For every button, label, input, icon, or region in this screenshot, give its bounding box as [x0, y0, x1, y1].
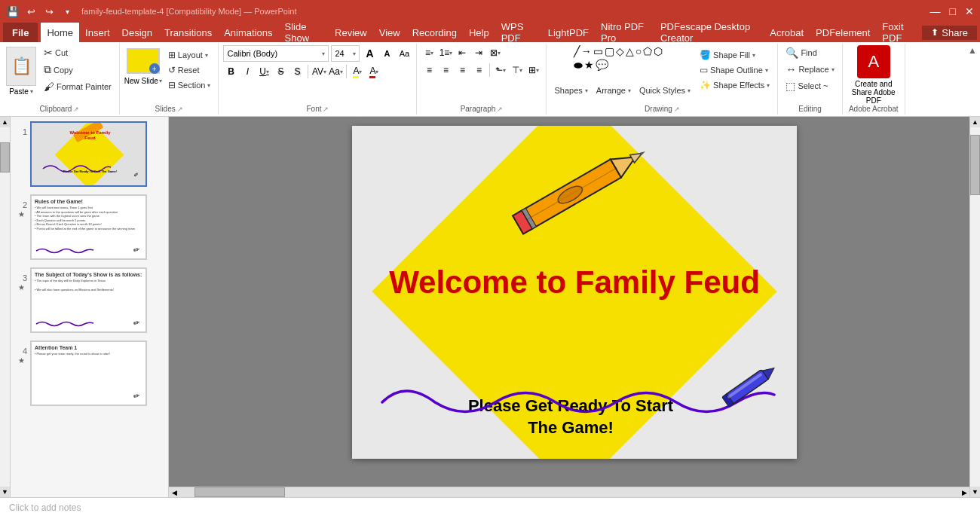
cut-button[interactable]: ✂ Cut [41, 45, 115, 60]
increase-indent-button[interactable]: ⇥ [471, 45, 486, 60]
bullets-button[interactable]: ≡ ▾ [421, 45, 436, 60]
scroll-down-arrow[interactable]: ▼ [0, 487, 10, 497]
shape-cylinder[interactable]: ⬬ [574, 59, 583, 72]
menu-acrobat[interactable]: Acrobat [764, 23, 810, 42]
maximize-button[interactable]: □ [950, 5, 956, 17]
columns-button[interactable]: ⊞ ▾ [526, 63, 541, 78]
shape-ellipse[interactable]: ○ [635, 45, 642, 57]
editor-hscroll-thumb[interactable] [194, 487, 285, 497]
menu-slideshow[interactable]: Slide Show [279, 23, 329, 42]
slide-thumb-4[interactable]: 4 ★ Attention Team 1 • Please get your t… [14, 339, 165, 408]
menu-lightpdf[interactable]: LightPDF [542, 23, 595, 42]
bold-button[interactable]: B [223, 64, 238, 79]
new-slide-button[interactable]: + [127, 48, 160, 74]
slide-canvas[interactable]: Welcome to Family Feud Please Get Ready … [352, 126, 797, 459]
menu-pdfscape[interactable]: PDFescape Desktop Creator [654, 23, 764, 42]
smart-art-button[interactable]: ⊠ ▾ [488, 45, 503, 60]
slide-2-thumbnail[interactable]: Rules of the Game! • We will have two te… [30, 194, 147, 260]
align-right-button[interactable]: ≡ [455, 63, 470, 78]
shapes-button[interactable]: Shapes ▾ [551, 84, 590, 96]
clear-format-button[interactable]: Aa [397, 46, 412, 61]
customize-icon[interactable]: ▾ [60, 5, 74, 18]
format-painter-button[interactable]: 🖌 Format Painter [41, 79, 115, 94]
change-case-button[interactable]: Aa ▾ [328, 64, 343, 79]
quick-styles-button[interactable]: Quick Styles ▾ [636, 84, 694, 96]
menu-pdfelement[interactable]: PDFelement [810, 23, 876, 42]
undo-icon[interactable]: ↩ [24, 5, 38, 18]
menu-home[interactable]: Home [41, 23, 79, 42]
select-button[interactable]: ⬚ Select ~ [782, 78, 831, 93]
create-share-pdf-button[interactable]: A Create and Share Adobe PDF [847, 45, 900, 105]
shape-line[interactable]: ╱ [574, 45, 580, 57]
paste-button[interactable]: 📋 [6, 47, 36, 86]
menu-help[interactable]: Help [463, 23, 495, 42]
menu-wps[interactable]: WPS PDF [495, 23, 542, 42]
menu-recording[interactable]: Recording [406, 23, 463, 42]
slide-3-thumbnail[interactable]: The Subject of Today's Show is as follow… [30, 267, 147, 333]
editor-scroll-thumb[interactable] [970, 135, 980, 195]
paste-label[interactable]: Paste ▾ [9, 87, 33, 96]
increase-font-button[interactable]: A [362, 46, 377, 61]
shape-callout[interactable]: 💬 [596, 59, 608, 72]
menu-file[interactable]: File [3, 23, 38, 42]
menu-foxit[interactable]: Foxit PDF [876, 23, 922, 42]
font-color-button[interactable]: A ▾ [366, 64, 381, 79]
align-center-button[interactable]: ≡ [438, 63, 453, 78]
arrange-button[interactable]: Arrange ▾ [593, 84, 634, 96]
highlight-button[interactable]: A ▾ [350, 64, 365, 79]
text-direction-button[interactable]: ⬑ ▾ [493, 63, 508, 78]
editor-scroll-up[interactable]: ▲ [970, 117, 980, 127]
menu-view[interactable]: View [373, 23, 406, 42]
numbering-button[interactable]: 1≡ ▾ [438, 45, 453, 60]
shape-rounded-rect[interactable]: ▢ [605, 45, 614, 57]
slide-thumb-3[interactable]: 3 ★ The Subject of Today's Show is as fo… [14, 266, 165, 334]
shape-outline-button[interactable]: ▭ Shape Outline ▾ [697, 63, 773, 77]
align-left-button[interactable]: ≡ [421, 63, 436, 78]
menu-transitions[interactable]: Transitions [158, 23, 218, 42]
justify-button[interactable]: ≡ [471, 63, 486, 78]
character-spacing-button[interactable]: AV ▾ [311, 64, 326, 79]
underline-button[interactable]: U ▾ [256, 64, 271, 79]
shadow-button[interactable]: S [289, 64, 305, 79]
shape-hexagon[interactable]: ⬡ [654, 45, 663, 57]
ribbon-collapse-button[interactable]: ▲ [968, 45, 977, 56]
shape-triangle[interactable]: △ [626, 45, 634, 57]
slide-panel-scroll-thumb[interactable] [0, 142, 10, 173]
layout-button[interactable]: ⊞ Layout ▾ [165, 48, 214, 62]
editor-hscroll-left[interactable]: ◀ [169, 487, 179, 497]
font-size-dropdown[interactable]: 24 ▾ [331, 45, 360, 62]
close-button[interactable]: ✕ [965, 5, 974, 17]
scroll-up-arrow[interactable]: ▲ [0, 117, 10, 127]
menu-insert[interactable]: Insert [79, 23, 116, 42]
font-name-dropdown[interactable]: Calibri (Body) ▾ [223, 45, 329, 62]
replace-button[interactable]: ↔ Replace ▾ [782, 62, 837, 77]
shape-rect[interactable]: ▭ [593, 45, 603, 57]
editor-scroll-down[interactable]: ▼ [970, 487, 980, 497]
menu-nitro[interactable]: Nitro PDF Pro [595, 23, 654, 42]
slide-1-thumbnail[interactable]: Welcome to Family Feud Please Get Ready … [30, 121, 147, 187]
strikethrough-button[interactable]: S [273, 64, 288, 79]
share-button[interactable]: ⬆ Share [922, 26, 977, 40]
decrease-font-button[interactable]: A [379, 46, 394, 61]
paste-dropdown-arrow[interactable]: ▾ [30, 88, 33, 95]
shape-star[interactable]: ★ [584, 59, 594, 72]
find-button[interactable]: 🔍 Find [782, 45, 819, 60]
save-icon[interactable]: 💾 [6, 5, 20, 18]
copy-button[interactable]: ⧉ Copy [41, 62, 115, 78]
menu-review[interactable]: Review [329, 23, 373, 42]
redo-icon[interactable]: ↪ [42, 5, 56, 18]
shape-effects-button[interactable]: ✨ Shape Effects ▾ [697, 78, 773, 92]
shape-pentagon[interactable]: ⬠ [643, 45, 652, 57]
menu-animations[interactable]: Animations [218, 23, 278, 42]
shape-fill-button[interactable]: 🪣 Shape Fill ▾ [697, 48, 773, 62]
shape-arrow[interactable]: → [581, 45, 592, 57]
editor-hscroll-right[interactable]: ▶ [959, 487, 969, 497]
shape-diamond[interactable]: ◇ [616, 45, 624, 57]
menu-design[interactable]: Design [116, 23, 158, 42]
slide-4-thumbnail[interactable]: Attention Team 1 • Please get your team … [30, 340, 147, 406]
section-button[interactable]: ⊟ Section ▾ [165, 78, 214, 92]
align-text-button[interactable]: ⊤ ▾ [510, 63, 525, 78]
decrease-indent-button[interactable]: ⇤ [455, 45, 470, 60]
notes-area[interactable]: Click to add notes [0, 497, 980, 513]
clipboard-expand-icon[interactable]: ↗ [73, 105, 79, 113]
